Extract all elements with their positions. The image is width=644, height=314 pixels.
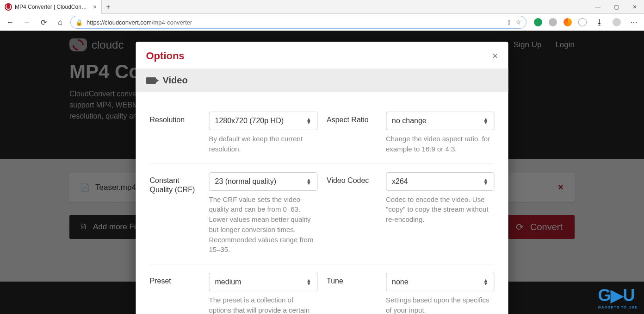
downloads-icon[interactable]: ⭳ [593, 16, 606, 29]
maximize-button[interactable]: ▢ [607, 4, 625, 10]
chevron-updown-icon: ▲▼ [306, 118, 311, 124]
url-domain: cloudconvert.com [105, 19, 152, 26]
option-select-resolution[interactable]: 1280x720 (720p HD) ▲▼ [209, 112, 318, 130]
option-help: Settings based upon the specifics of you… [386, 295, 495, 314]
url-prefix: https:// [87, 19, 105, 26]
option-help: The CRF value sets the video quality and… [209, 195, 318, 255]
browser-tab[interactable]: MP4 Converter | CloudConvert × [0, 0, 102, 14]
option-label: Aspect Ratio [327, 112, 378, 154]
tab-close-icon[interactable]: × [93, 3, 97, 11]
extension-icons: ⭳ ⋯ [534, 16, 640, 29]
option-help: The preset is a collection of options th… [209, 295, 318, 314]
url-path: /mp4-converter [152, 19, 192, 26]
chevron-updown-icon: ▲▼ [306, 178, 311, 184]
url-input[interactable]: 🔒 https://cloudconvert.com/mp4-converter… [70, 16, 526, 29]
options-modal: Options × Video Resolution 1280x720 (720… [136, 42, 508, 314]
address-bar: ← → ⟳ ⌂ 🔒 https://cloudconvert.com/mp4-c… [0, 14, 644, 31]
option-label: Constant Quality (CRF) [150, 172, 202, 255]
window-controls: — ▢ ✕ [588, 4, 644, 10]
chevron-updown-icon: ▲▼ [483, 279, 489, 285]
option-label: Preset [150, 273, 202, 314]
lock-icon: 🔒 [75, 19, 83, 26]
new-tab-button[interactable]: + [102, 3, 115, 11]
share-icon[interactable]: ⇧ [506, 19, 512, 26]
extensions-menu-icon[interactable] [578, 18, 587, 26]
tab-favicon [5, 3, 12, 11]
option-label: Resolution [150, 112, 202, 154]
option-label: Video Codec [327, 172, 378, 255]
back-button[interactable]: ← [4, 16, 17, 29]
video-icon [146, 77, 156, 84]
favorite-icon[interactable]: ☆ [515, 19, 521, 26]
forward-button[interactable]: → [20, 16, 33, 29]
option-help: Change the video aspect ratio, for examp… [386, 134, 495, 154]
chevron-updown-icon: ▲▼ [306, 279, 311, 285]
option-select-video-codec[interactable]: x264 ▲▼ [386, 172, 495, 191]
tab-title: MP4 Converter | CloudConvert [15, 4, 89, 10]
ext-icon-2[interactable] [549, 18, 557, 26]
minimize-button[interactable]: — [588, 4, 607, 10]
option-select-tune[interactable]: none ▲▼ [386, 273, 495, 291]
ext-icon-1[interactable] [534, 18, 542, 26]
more-menu-icon[interactable]: ⋯ [627, 16, 640, 29]
option-label: Tune [327, 273, 378, 314]
close-window-button[interactable]: ✕ [625, 4, 644, 10]
home-button[interactable]: ⌂ [54, 16, 67, 29]
chevron-updown-icon: ▲▼ [483, 178, 489, 184]
option-help: Codec to encode the video. Use "copy" to… [386, 195, 495, 225]
option-select-aspect-ratio[interactable]: no change ▲▼ [386, 112, 495, 130]
watermark: G▶U GADGETS TO USE [598, 286, 638, 309]
profile-avatar[interactable] [613, 18, 621, 26]
refresh-button[interactable]: ⟳ [37, 16, 50, 29]
tab-bar: MP4 Converter | CloudConvert × + — ▢ ✕ [0, 0, 644, 14]
browser-chrome: MP4 Converter | CloudConvert × + — ▢ ✕ ←… [0, 0, 644, 31]
ext-icon-3[interactable] [564, 18, 572, 26]
modal-section-header: Video [136, 69, 508, 92]
modal-close-button[interactable]: × [492, 50, 498, 62]
chevron-updown-icon: ▲▼ [483, 118, 489, 124]
modal-title: Options [146, 50, 185, 62]
option-help: By default we keep the current resolutio… [209, 134, 318, 154]
option-select-constant-quality-crf-[interactable]: 23 (normal quality) ▲▼ [209, 172, 318, 191]
option-select-preset[interactable]: medium ▲▼ [209, 273, 318, 291]
